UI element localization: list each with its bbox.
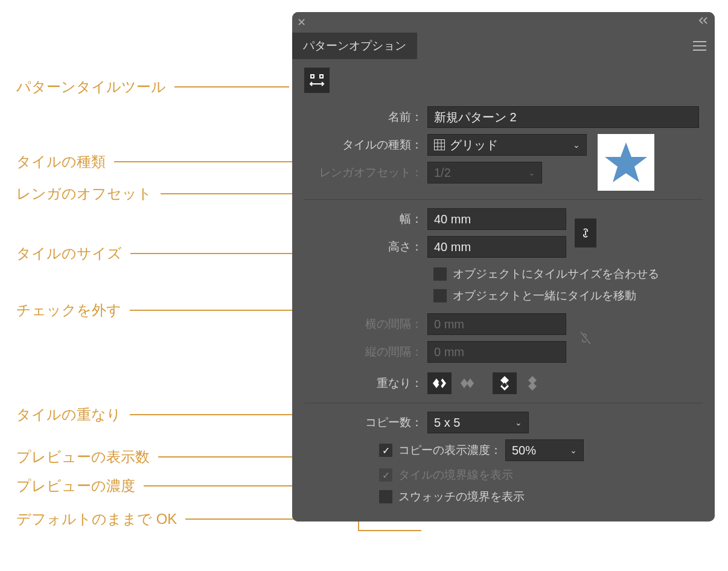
- link-dimensions-button[interactable]: [575, 219, 596, 247]
- copies-label: コピー数：: [304, 415, 427, 430]
- tab-pattern-options[interactable]: パターンオプション: [292, 33, 417, 59]
- chevron-down-icon: ⌄: [528, 168, 535, 177]
- row-vspacing: 縦の間隔：: [304, 341, 566, 363]
- annotation-label: チェックを外す: [16, 301, 121, 320]
- pattern-options-panel: ✕ パターンオプション 名前： タイルの種類：: [292, 12, 715, 522]
- overlap-left-front-button[interactable]: [427, 372, 452, 394]
- width-label: 幅：: [304, 211, 427, 227]
- hspacing-input: [427, 313, 566, 335]
- close-icon[interactable]: ✕: [297, 16, 306, 29]
- annotation-label: タイルの種類: [16, 152, 106, 171]
- tab-label: パターンオプション: [303, 38, 406, 54]
- row-tile-type: タイルの種類： グリッド ⌄: [304, 134, 587, 156]
- pattern-preview-swatch: [598, 134, 654, 191]
- row-dim-copies: ✓ コピーの表示濃度： 50% ⌄: [379, 439, 703, 461]
- unlink-spacing-icon: [575, 324, 596, 352]
- svg-marker-5: [605, 142, 647, 182]
- row-show-swatch-edge: スウォッチの境界を表示: [379, 489, 703, 505]
- panel-body: 名前： タイルの種類： グリッド ⌄: [292, 59, 715, 522]
- dim-copies-checkbox[interactable]: ✓: [379, 444, 392, 457]
- row-width: 幅：: [304, 208, 566, 230]
- tile-type-label: タイルの種類：: [304, 137, 427, 153]
- row-hspacing: 横の間隔：: [304, 313, 566, 335]
- annotation-tile-type: タイルの種類: [16, 152, 322, 171]
- brick-offset-select: 1/2 ⌄: [427, 162, 542, 183]
- annotation-tile-tool: パターンタイルツール: [16, 77, 289, 97]
- star-icon: [602, 139, 650, 186]
- overlap-label: 重なり：: [304, 375, 427, 391]
- annotation-label: パターンタイルツール: [16, 77, 166, 97]
- chevron-down-icon: ⌄: [570, 445, 577, 455]
- chevron-down-icon: ⌄: [515, 418, 522, 427]
- dim-copies-label: コピーの表示濃度：: [398, 442, 502, 458]
- svg-marker-15: [528, 382, 537, 391]
- panel-tabbar: パターンオプション: [292, 33, 715, 59]
- svg-rect-4: [435, 140, 445, 150]
- move-tile-checkbox[interactable]: [433, 289, 447, 302]
- hspacing-label: 横の間隔：: [304, 316, 427, 332]
- copies-value: 5 x 5: [434, 416, 460, 430]
- overlap-bottom-front-button[interactable]: [520, 372, 544, 394]
- dim-copies-select[interactable]: 50% ⌄: [505, 439, 584, 461]
- vspacing-input: [427, 341, 566, 363]
- show-swatch-edge-label: スウォッチの境界を表示: [398, 489, 525, 505]
- show-swatch-edge-checkbox[interactable]: [379, 490, 392, 503]
- show-tile-edge-label: タイルの境界線を表示: [398, 467, 513, 483]
- row-height: 高さ：: [304, 236, 566, 258]
- grid-icon: [434, 139, 445, 150]
- separator: [304, 199, 703, 200]
- brick-offset-value: 1/2: [434, 166, 451, 180]
- height-label: 高さ：: [304, 239, 427, 255]
- svg-rect-1: [311, 75, 313, 77]
- overlap-button-group: [427, 372, 544, 394]
- panel-titlebar: ✕: [292, 12, 715, 33]
- row-brick-offset: レンガオフセット： 1/2 ⌄: [304, 162, 587, 183]
- collapse-icon[interactable]: [698, 16, 709, 28]
- svg-rect-3: [321, 75, 322, 77]
- show-tile-edge-checkbox: ✓: [379, 468, 392, 482]
- annotation-label: タイルの重なり: [16, 405, 121, 424]
- annotation-label: プレビューの濃度: [16, 476, 135, 496]
- overlap-top-front-button[interactable]: [493, 372, 517, 394]
- panel-menu-icon[interactable]: [693, 33, 706, 59]
- row-copies: コピー数： 5 x 5 ⌄: [304, 412, 703, 433]
- separator: [304, 403, 703, 403]
- chevron-down-icon: ⌄: [573, 140, 580, 150]
- brick-offset-label: レンガオフセット：: [304, 165, 427, 180]
- name-input[interactable]: [427, 106, 699, 128]
- row-name: 名前：: [304, 106, 703, 128]
- fit-tile-label: オブジェクトにタイルサイズを合わせる: [453, 266, 659, 282]
- vspacing-label: 縦の間隔：: [304, 344, 427, 360]
- row-show-tile-edge: ✓ タイルの境界線を表示: [379, 467, 703, 483]
- name-label: 名前：: [304, 109, 427, 125]
- row-move-tile-check: オブジェクトと一緒にタイルを移動: [433, 288, 703, 304]
- fit-tile-checkbox[interactable]: [433, 267, 447, 281]
- pattern-tile-tool-button[interactable]: [304, 68, 330, 93]
- annotation-label: デフォルトのままで OK: [16, 509, 177, 529]
- annotation-label: レンガのオフセット: [16, 184, 152, 203]
- tile-type-select[interactable]: グリッド ⌄: [427, 134, 587, 156]
- annotation-label: タイルのサイズ: [16, 244, 122, 263]
- height-input[interactable]: [427, 236, 566, 258]
- copies-select[interactable]: 5 x 5 ⌄: [427, 412, 529, 433]
- annotation-brick-offset: レンガのオフセット: [16, 184, 311, 203]
- annotation-label: プレビューの表示数: [16, 447, 150, 467]
- svg-marker-10: [467, 378, 474, 388]
- move-tile-label: オブジェクトと一緒にタイルを移動: [453, 288, 636, 304]
- width-input[interactable]: [427, 208, 566, 230]
- tile-type-value: グリッド: [450, 137, 498, 153]
- row-overlap: 重なり：: [304, 372, 703, 394]
- dim-copies-value: 50%: [512, 444, 536, 458]
- row-fit-tile-check: オブジェクトにタイルサイズを合わせる: [433, 266, 703, 282]
- overlap-right-front-button[interactable]: [455, 372, 479, 394]
